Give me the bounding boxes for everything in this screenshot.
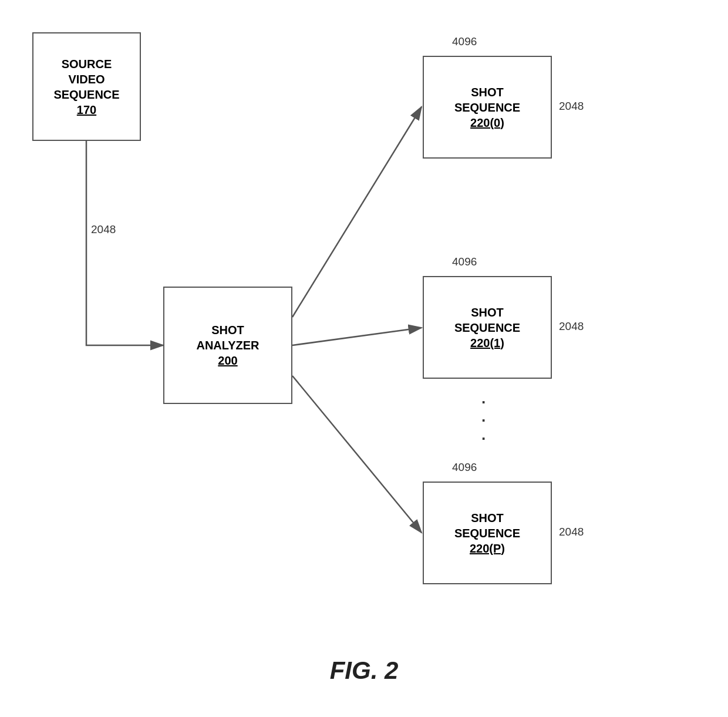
diagram-container: SOURCE VIDEO SEQUENCE 170 2048 SHOT ANAL… xyxy=(0,0,728,717)
arrow-analyzer-to-seq1 xyxy=(292,328,422,345)
continuation-dots: ··· xyxy=(481,393,486,449)
shot-analyzer-label: SHOT ANALYZER 200 xyxy=(196,322,259,368)
shot-seq-0-label: SHOT SEQUENCE 220(0) xyxy=(454,85,520,130)
label-seq1-right: 2048 xyxy=(559,320,584,333)
source-video-label: SOURCE VIDEO SEQUENCE 170 xyxy=(53,56,119,117)
shot-seq-p-box: SHOT SEQUENCE 220(P) xyxy=(423,482,552,584)
label-seqp-right: 2048 xyxy=(559,526,584,538)
figure-caption: FIG. 2 xyxy=(0,657,728,685)
label-seq0-top: 4096 xyxy=(452,35,477,48)
shot-seq-1-box: SHOT SEQUENCE 220(1) xyxy=(423,276,552,379)
shot-seq-p-label: SHOT SEQUENCE 220(P) xyxy=(454,510,520,556)
label-seq0-right: 2048 xyxy=(559,100,584,113)
shot-seq-0-box: SHOT SEQUENCE 220(0) xyxy=(423,56,552,159)
shot-analyzer-box: SHOT ANALYZER 200 xyxy=(163,287,292,404)
label-seq1-top: 4096 xyxy=(452,255,477,268)
source-video-box: SOURCE VIDEO SEQUENCE 170 xyxy=(32,32,141,141)
arrow-analyzer-to-seqp xyxy=(292,376,422,533)
shot-seq-1-label: SHOT SEQUENCE 220(1) xyxy=(454,305,520,351)
label-source-arrow: 2048 xyxy=(91,223,116,236)
arrow-analyzer-to-seq0 xyxy=(292,107,422,317)
arrow-source-to-analyzer xyxy=(86,141,163,345)
label-seqp-top: 4096 xyxy=(452,461,477,474)
